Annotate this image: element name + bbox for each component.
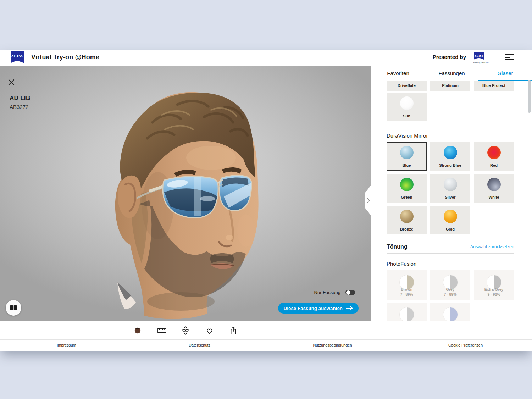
model-avatar-button[interactable] — [132, 325, 143, 336]
bottom-toolbar — [0, 321, 532, 339]
toggle-knob — [346, 290, 350, 295]
mirror-option-bronze[interactable]: Bronze — [387, 206, 427, 234]
only-frame-toggle[interactable] — [345, 290, 355, 295]
photofusion-option-extra-grey: Extra-Grey 9 - 92% — [474, 270, 514, 300]
lens-option-blue-protect[interactable]: Blue Protect — [474, 81, 514, 91]
mirror-option-green[interactable]: Green — [387, 174, 427, 203]
mirror-option-label: White — [474, 195, 514, 199]
book-icon — [10, 305, 17, 311]
tab-favoriten[interactable]: Favoriten — [371, 66, 425, 81]
ruler-icon — [157, 328, 166, 333]
photofusion-option-partial-1 — [387, 303, 427, 321]
footer-link-nutzungsbedingungen[interactable]: Nutzungsbedingungen — [266, 340, 399, 351]
glasses-fit-icon — [181, 326, 190, 335]
section-title-duravision-mirror: DuraVision Mirror — [387, 133, 514, 139]
close-icon[interactable] — [7, 78, 16, 87]
lens-sphere-icon — [444, 146, 457, 159]
frame-info: AD LIB AB3272 — [10, 95, 30, 110]
lens-option-label: DriveSafe — [387, 83, 427, 88]
footer-link-impressum[interactable]: Impressum — [0, 340, 133, 351]
mirror-options-grid: Blue Strong Blue Red Green — [387, 142, 514, 234]
mirror-option-label: Bronze — [387, 227, 427, 231]
mirror-option-red[interactable]: Red — [474, 142, 514, 171]
tint-half-circle-icon — [400, 307, 414, 321]
3d-viewer[interactable]: AD LIB AB3272 — [0, 66, 371, 321]
lens-option-label: Platinum — [430, 83, 470, 88]
tint-option-range: 9 - 92% — [487, 292, 500, 297]
fit-adjust-button[interactable] — [180, 325, 191, 336]
heart-icon — [206, 327, 214, 334]
mirror-option-blue[interactable]: Blue — [387, 142, 427, 171]
lens-option-label: Blue Protect — [474, 83, 514, 88]
share-icon — [230, 326, 237, 335]
only-frame-label: Nur Fassung — [314, 290, 340, 295]
lens-options-cropped-row: DriveSafe Platinum Blue Protect — [387, 81, 514, 91]
frame-name: AD LIB — [10, 95, 30, 102]
photofusion-option-partial-2 — [430, 303, 470, 321]
mirror-option-label: Blue — [387, 163, 427, 167]
tint-half-circle-icon — [443, 307, 458, 321]
arrow-right-icon — [346, 306, 353, 310]
model-avatar-icon — [134, 327, 141, 334]
tint-option-label: Extra-Grey — [484, 287, 504, 292]
mirror-option-strong-blue[interactable]: Strong Blue — [430, 142, 470, 171]
only-frame-control: Nur Fassung — [314, 290, 355, 295]
mirror-option-label: Gold — [430, 227, 470, 231]
catalog-button[interactable] — [6, 300, 21, 316]
footer-link-cookie-praeferenzen[interactable]: Cookie Präferenzen — [399, 340, 532, 351]
mirror-option-gold[interactable]: Gold — [430, 206, 470, 234]
tab-glaeser[interactable]: Gläser — [478, 66, 532, 81]
tint-option-range: 7 - 89% — [400, 292, 413, 297]
lens-option-label: Sun — [387, 114, 427, 118]
tint-option-label: Grey — [446, 287, 455, 292]
lens-panel: Favoriten Fassungen Gläser DriveSafe Pla… — [371, 66, 532, 321]
menu-icon[interactable] — [505, 54, 514, 61]
zeiss-logo: ZEISS — [11, 51, 24, 65]
chevron-right-icon — [367, 198, 370, 203]
share-button[interactable] — [228, 325, 239, 336]
lens-sphere-icon — [444, 178, 457, 191]
select-frame-label: Diese Fassung auswählen — [284, 306, 343, 311]
photofusion-option-brown: Brown 7 - 89% — [387, 270, 427, 300]
lens-sphere-icon — [400, 146, 414, 159]
photofusion-option-grey: Grey 7 - 89% — [430, 270, 470, 300]
select-frame-button[interactable]: Diese Fassung auswählen — [278, 303, 359, 314]
lens-sphere-icon — [400, 210, 414, 223]
model-head[interactable] — [105, 89, 275, 319]
favorite-button[interactable] — [204, 325, 215, 336]
reset-selection-link[interactable]: Auswahl zurücksetzen — [470, 244, 514, 249]
svg-text:ZEISS: ZEISS — [475, 54, 483, 57]
lens-sphere-icon — [487, 178, 501, 191]
footer-links: Impressum Datenschutz Nutzungsbedingunge… — [0, 339, 532, 351]
lens-sphere-icon — [400, 178, 414, 191]
mirror-option-label: Silver — [430, 195, 470, 199]
mirror-option-silver[interactable]: Silver — [430, 174, 470, 203]
zeiss-logo-small: ZEISS Seeing beyond — [473, 52, 484, 64]
lens-sphere-icon — [487, 146, 501, 159]
brand-tagline: Seeing beyond — [473, 61, 484, 64]
frame-code: AB3272 — [10, 104, 30, 110]
lens-option-platinum[interactable]: Platinum — [430, 81, 470, 91]
lens-sphere-icon — [444, 210, 457, 223]
app-bar: ZEISS Virtual Try-on @Home Presented by … — [0, 50, 532, 66]
photofusion-options-grid: Brown 7 - 89% Grey 7 - 89% Extra-Grey 9 … — [387, 270, 514, 321]
mirror-option-label: Red — [474, 163, 514, 167]
tab-fassungen[interactable]: Fassungen — [425, 66, 478, 81]
panel-scroll-area[interactable]: DriveSafe Platinum Blue Protect Sun — [371, 81, 532, 321]
page-title: Virtual Try-on @Home — [31, 54, 99, 61]
panel-tabs: Favoriten Fassungen Gläser — [371, 66, 532, 81]
lens-option-sun[interactable]: Sun — [387, 93, 427, 121]
measure-button[interactable] — [156, 325, 167, 336]
lens-sphere-icon — [400, 96, 414, 110]
main-area: AD LIB AB3272 — [0, 66, 532, 321]
section-title-toenung: Tönung — [387, 244, 408, 250]
mirror-option-white[interactable]: White — [474, 174, 514, 203]
tint-option-range: 7 - 89% — [444, 292, 456, 297]
tint-option-label: Brown — [401, 287, 412, 292]
footer-link-datenschutz[interactable]: Datenschutz — [133, 340, 266, 351]
lens-option-drivesafe[interactable]: DriveSafe — [387, 81, 427, 91]
mirror-option-label: Strong Blue — [430, 163, 470, 167]
svg-text:ZEISS: ZEISS — [11, 54, 23, 58]
panel-scrollbar[interactable] — [528, 80, 531, 113]
section-title-photofusion: PhotoFusion — [387, 261, 514, 267]
